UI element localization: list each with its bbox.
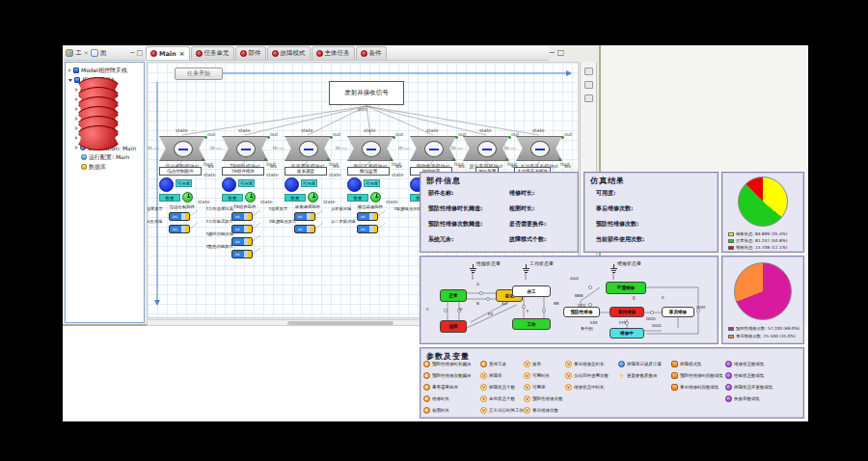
palette-flyout-icon[interactable]	[584, 68, 593, 75]
close-icon[interactable]: ×	[179, 50, 185, 58]
out-port-dot[interactable]	[455, 136, 458, 139]
select-tool-icon[interactable]	[584, 81, 593, 89]
state-machine-node[interactable]	[463, 136, 509, 161]
failure-mode-node[interactable]: os	[357, 212, 378, 221]
availability-node[interactable]	[285, 177, 299, 192]
minimize-icon[interactable]: ─	[550, 48, 555, 57]
tree-item-部件[interactable]: 部件	[66, 133, 144, 143]
tree-arrow-icon[interactable]	[75, 136, 78, 140]
parameter-item[interactable]: V老化状态个数	[480, 395, 515, 402]
minimize-icon[interactable]: ─	[130, 49, 134, 57]
parameter-item[interactable]: V预防性维修次数	[524, 395, 563, 402]
tree-arrow-icon[interactable]	[75, 146, 78, 149]
state-box-idle[interactable]: 停工	[512, 285, 551, 297]
failure-mode-node[interactable]: os	[231, 212, 253, 221]
fout-port-dot[interactable]	[390, 158, 393, 161]
parameter-item[interactable]: V故障状态个数	[480, 384, 515, 391]
parameter-item[interactable]: V事后维修总时长	[565, 361, 605, 367]
parameter-item[interactable]: 更新参数及数值	[618, 372, 658, 379]
state-box-normal[interactable]: 正常	[440, 289, 467, 302]
parameter-item[interactable]: C检测时长	[423, 407, 449, 414]
state-machine-node[interactable]	[159, 136, 205, 161]
document-icon[interactable]	[91, 49, 98, 57]
tree-arrow-icon[interactable]	[75, 107, 78, 111]
parameter-item[interactable]: 失效率数据集	[725, 395, 760, 402]
failure-mode-node[interactable]: os	[231, 237, 253, 246]
state-box-no-repair[interactable]: 不需维修	[606, 282, 646, 294]
failure-mode-node[interactable]: os	[357, 225, 378, 233]
tree-arrow-icon[interactable]	[68, 68, 71, 72]
component-box[interactable]: 综合控制部件	[159, 167, 202, 176]
fout-port-dot[interactable]	[452, 158, 455, 161]
out-port-dot[interactable]	[561, 136, 564, 139]
parameter-item[interactable]: V当前部件使用次数	[565, 372, 609, 379]
failure-mode-node[interactable]: os	[169, 225, 190, 233]
tree-arrow-icon[interactable]	[75, 88, 78, 92]
state-machine-node[interactable]	[222, 136, 268, 161]
quantity-chip[interactable]: 数量	[347, 194, 368, 202]
state-machine-node[interactable]	[516, 136, 562, 161]
availability-node[interactable]	[222, 177, 236, 192]
tree-arrow-icon[interactable]	[75, 126, 78, 130]
maximize-icon[interactable]: □	[557, 48, 565, 57]
parameter-item[interactable]: 性能状态数据集	[725, 372, 765, 379]
parameter-item[interactable]: V维修状态中时长	[565, 384, 605, 391]
quantity-chip[interactable]: 数量	[222, 194, 243, 202]
parameter-item[interactable]: V可用度	[524, 384, 546, 391]
tree-item-运行配置: Main[interactable]: 运行配置: Main	[66, 152, 144, 162]
quantity-chip[interactable]: 数量	[159, 194, 180, 202]
fout-port-dot[interactable]	[264, 158, 267, 161]
parameter-item[interactable]: 故障模式集	[671, 361, 702, 367]
tab-备件[interactable]: 备件	[356, 46, 387, 60]
state-machine-node[interactable]	[410, 136, 456, 161]
tree-arrow-icon[interactable]	[75, 117, 78, 121]
out-port-dot[interactable]	[508, 136, 511, 139]
failure-mode-node[interactable]: os	[231, 225, 253, 233]
marquee-tool-icon[interactable]	[584, 95, 593, 102]
state-machine-node[interactable]	[347, 136, 393, 161]
failure-mode-node[interactable]: os	[294, 225, 315, 233]
availability-node[interactable]	[347, 177, 362, 192]
parameter-item[interactable]: C维修时长	[423, 395, 449, 402]
tree-arrow-icon[interactable]	[68, 79, 72, 82]
availability-node[interactable]	[159, 177, 174, 192]
parameter-item[interactable]: V效率	[524, 361, 541, 367]
parameter-item[interactable]: V事后维修次数	[524, 407, 558, 414]
parameter-item[interactable]: 维修状态数据集	[725, 361, 765, 367]
fout-port-dot[interactable]	[202, 158, 204, 161]
tab-Main[interactable]: Main×	[146, 46, 190, 60]
state-box-waiting[interactable]: 等待维修	[610, 307, 644, 317]
parameter-item[interactable]: C预防性维修次数阈值	[423, 372, 472, 379]
parameter-item[interactable]: V故障率	[480, 372, 502, 379]
palette-icon[interactable]	[66, 49, 73, 57]
tab-主体任务[interactable]: 主体任务	[312, 46, 355, 60]
state-box-preventive[interactable]: 预防性维修	[563, 307, 600, 317]
state-box-corrective[interactable]: 事后维修	[662, 307, 694, 317]
quantity-chip[interactable]: 数量	[285, 194, 306, 202]
tree-item-Model相控阵天线[interactable]: Model相控阵天线	[66, 66, 144, 75]
out-port-dot[interactable]	[267, 136, 270, 139]
parameter-item[interactable]: 事后维修时间数据集	[671, 384, 719, 391]
out-port-dot[interactable]	[330, 136, 333, 139]
tab-故障模式[interactable]: 故障模式	[267, 46, 311, 60]
state-box-working[interactable]: 工作	[512, 318, 551, 330]
maximize-icon[interactable]: □	[136, 49, 143, 57]
failure-mode-node[interactable]: os	[169, 212, 190, 221]
parameter-item[interactable]: C系统冗余	[480, 361, 506, 367]
signal-source-node[interactable]: 发射井接收信号	[329, 81, 404, 105]
out-port-dot[interactable]	[204, 136, 207, 139]
component-box[interactable]: 波束调度	[285, 167, 327, 176]
fout-port-dot[interactable]	[327, 158, 330, 161]
view-tab-label-2[interactable]: 面	[100, 49, 107, 58]
failure-mode-node[interactable]: os	[231, 250, 253, 258]
tree-arrow-icon[interactable]	[75, 97, 78, 101]
parameter-item[interactable]: C预防性维修时长阈值	[423, 361, 472, 367]
parameter-item[interactable]: V可用时长	[524, 372, 550, 379]
parameter-item[interactable]: V正常运行时的工作数	[480, 407, 529, 414]
fout-port-dot[interactable]	[558, 158, 561, 161]
tab-部件[interactable]: 部件	[235, 46, 266, 60]
tree-item-数据库[interactable]: 数据库	[66, 162, 144, 172]
state-machine-node[interactable]	[285, 136, 331, 161]
component-box[interactable]: TR组件模块	[222, 167, 264, 176]
scrollbar-thumb[interactable]	[287, 321, 393, 325]
